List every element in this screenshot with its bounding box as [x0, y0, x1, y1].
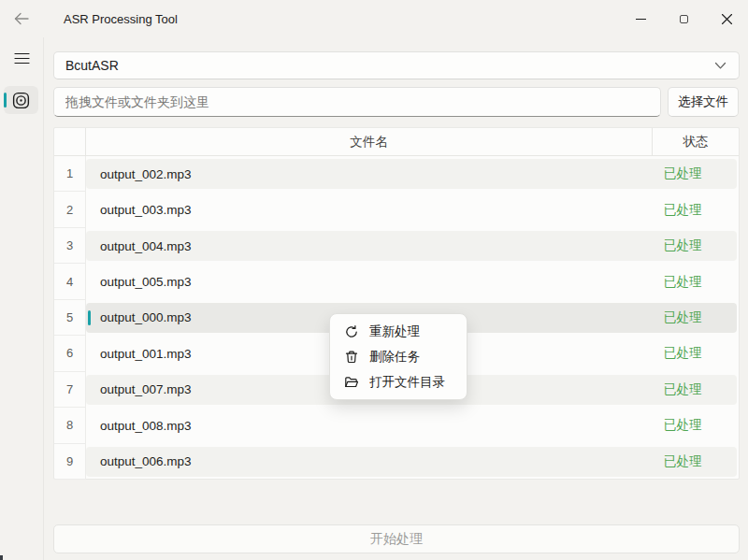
sidebar-item-asr[interactable] [4, 86, 38, 114]
minimize-button[interactable] [619, 0, 662, 37]
context-menu-item[interactable]: 打开文件目录 [330, 369, 467, 395]
row-body: output_006.mp3 已处理 [86, 447, 737, 477]
table-row[interactable]: 4 output_005.mp3 已处理 [54, 264, 739, 299]
sidebar [0, 37, 43, 560]
row-filename: output_005.mp3 [86, 275, 650, 289]
record-lens-icon [11, 91, 31, 110]
selected-indicator [4, 93, 7, 108]
file-drop-input[interactable] [53, 87, 661, 117]
minimize-icon [636, 19, 646, 20]
row-filename: output_004.mp3 [86, 239, 650, 253]
arrow-left-icon [13, 10, 30, 27]
engine-select[interactable]: BcutASR [53, 51, 740, 79]
hamburger-icon [14, 52, 30, 65]
main-content: BcutASR 选择文件 文件名 状态 1 output_002.mp3 已处理… [43, 37, 748, 560]
back-button[interactable] [7, 7, 36, 31]
row-status: 已处理 [650, 381, 737, 398]
page-title: ASR Processing Tool [64, 12, 178, 26]
row-status: 已处理 [650, 417, 737, 434]
table-row[interactable]: 8 output_008.mp3 已处理 [54, 408, 739, 443]
context-menu-item[interactable]: 删除任务 [330, 344, 467, 369]
file-table: 文件名 状态 1 output_002.mp3 已处理 2 output_003… [53, 127, 740, 480]
window-controls [619, 0, 748, 37]
close-button[interactable] [705, 0, 748, 37]
header-index [54, 128, 86, 155]
row-body: output_003.mp3 已处理 [86, 194, 737, 224]
row-status: 已处理 [650, 453, 737, 470]
row-index: 8 [54, 408, 86, 443]
context-menu-item-label: 打开文件目录 [369, 374, 445, 391]
context-menu-item-label: 重新处理 [369, 323, 420, 340]
maximize-button[interactable] [662, 0, 705, 37]
corner-mark [0, 555, 3, 560]
context-menu-item[interactable]: 重新处理 [330, 319, 467, 344]
context-menu-item-label: 删除任务 [369, 349, 420, 366]
window-titlebar: ASR Processing Tool [0, 0, 748, 37]
trash-icon [344, 350, 359, 365]
row-index: 3 [54, 228, 86, 264]
row-status: 已处理 [650, 165, 737, 182]
row-index: 1 [54, 156, 86, 192]
row-index: 2 [54, 192, 86, 227]
table-row[interactable]: 9 output_006.mp3 已处理 [54, 444, 739, 480]
table-row[interactable]: 2 output_003.mp3 已处理 [54, 192, 739, 227]
header-filename: 文件名 [86, 134, 652, 151]
row-status: 已处理 [650, 274, 737, 291]
select-file-button[interactable]: 选择文件 [668, 87, 739, 117]
row-body: output_008.mp3 已处理 [86, 410, 737, 440]
row-index: 6 [54, 336, 86, 371]
row-filename: output_008.mp3 [86, 419, 650, 433]
file-picker-row: 选择文件 [53, 87, 739, 117]
close-icon [721, 13, 733, 25]
table-header: 文件名 状态 [54, 128, 739, 156]
table-row[interactable]: 3 output_004.mp3 已处理 [54, 228, 739, 264]
chevron-down-icon [714, 62, 726, 70]
row-body: output_005.mp3 已处理 [86, 266, 737, 296]
row-body: output_002.mp3 已处理 [86, 159, 737, 189]
row-body: output_004.mp3 已处理 [86, 231, 737, 261]
refresh-icon [344, 324, 359, 339]
row-status: 已处理 [650, 202, 737, 219]
context-menu: 重新处理删除任务打开文件目录 [329, 313, 468, 400]
row-index: 4 [54, 264, 86, 299]
row-filename: output_006.mp3 [86, 454, 650, 468]
row-index: 7 [54, 372, 86, 408]
row-status: 已处理 [650, 345, 737, 362]
engine-select-value: BcutASR [54, 58, 714, 73]
row-filename: output_003.mp3 [86, 203, 650, 217]
header-status: 状态 [652, 128, 739, 155]
row-index: 5 [54, 300, 86, 336]
selected-indicator [88, 310, 91, 325]
row-filename: output_002.mp3 [86, 167, 650, 181]
row-status: 已处理 [650, 237, 737, 254]
row-index: 9 [54, 444, 86, 480]
table-row[interactable]: 1 output_002.mp3 已处理 [54, 156, 739, 192]
row-status: 已处理 [650, 309, 737, 326]
maximize-icon [680, 15, 688, 23]
menu-toggle-button[interactable] [7, 45, 36, 71]
start-processing-button[interactable]: 开始处理 [53, 524, 740, 553]
open-folder-icon [344, 375, 359, 390]
